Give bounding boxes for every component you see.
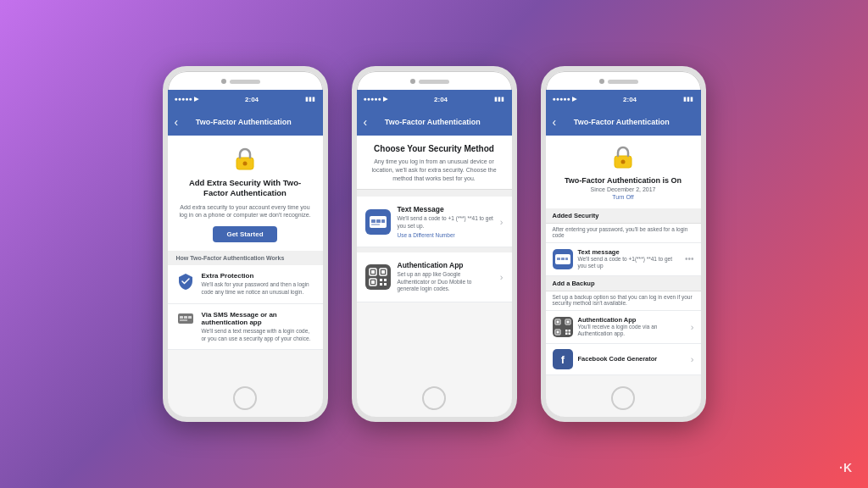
screen-1: Add Extra Security With Two-Factor Authe… (168, 136, 323, 417)
svg-point-25 (621, 160, 626, 164)
svg-rect-41 (568, 332, 570, 335)
signal-indicator: ●●●●● ▶ (175, 96, 198, 103)
svg-point-1 (243, 162, 248, 166)
fb-code-row-icon: f (553, 349, 573, 369)
choose-security-title: Choose Your Security Method (367, 144, 502, 153)
svg-text:f: f (560, 353, 565, 366)
text-msg-row-icon (553, 249, 573, 269)
use-different-number-link[interactable]: Use a Different Number (398, 232, 493, 238)
svg-rect-20 (380, 279, 382, 281)
status-bar-2: ●●●●● ▶ 2:04 ▮▮▮ (357, 90, 512, 108)
phone-speaker-2 (419, 80, 449, 84)
svg-rect-39 (568, 330, 570, 332)
chevron-right-auth: › (691, 322, 694, 332)
home-button-1[interactable] (233, 386, 257, 410)
svg-rect-23 (384, 283, 387, 286)
svg-rect-12 (371, 224, 380, 225)
feature-extra-protection: Extra Protection We'll ask for your pass… (168, 265, 323, 304)
svg-rect-29 (561, 258, 565, 260)
status-bar-1: ●●●●● ▶ 2:04 ▮▮▮ (168, 90, 323, 108)
feature-text-2: Via SMS Message or an authentication app… (202, 311, 314, 343)
separator-top (357, 190, 512, 197)
backup-header: Add a Backup (546, 276, 701, 291)
since-date: Since December 2, 2017 (590, 186, 655, 192)
nav-bar-1: ‹ Two-Factor Authentication (168, 108, 323, 136)
lock-on-icon (609, 144, 637, 171)
choose-security-desc: Any time you log in from an unusual devi… (367, 158, 502, 182)
phone-1: ●●●●● ▶ 2:04 ▮▮▮ ‹ Two-Factor Authentica… (163, 66, 328, 422)
section-header-1: How Two-Factor Authentication Works (168, 251, 323, 265)
more-options-icon[interactable]: ••• (685, 254, 694, 263)
auth-app-icon (365, 264, 391, 290)
auth-app-text: Authentication App Set up an app like Go… (398, 261, 493, 293)
auth-app-security-row[interactable]: Authentication App You'll receive a logi… (546, 311, 701, 344)
get-started-button[interactable]: Get Started (213, 226, 276, 242)
svg-rect-19 (371, 280, 375, 284)
time-display: 2:04 (245, 96, 259, 103)
hero-section-3: Two-Factor Authentication is On Since De… (546, 136, 701, 208)
auth-app-method[interactable]: Authentication App Set up an app like Go… (357, 252, 512, 302)
svg-rect-37 (556, 330, 559, 333)
hero-title-1: Add Extra Security With Two-Factor Authe… (178, 178, 313, 199)
svg-rect-35 (566, 320, 569, 323)
text-msg-row-text: Text message We'll send a code to +1(***… (578, 248, 680, 270)
status-icons: ▮▮▮ (305, 96, 315, 103)
phone-camera (221, 79, 226, 84)
chevron-right-1: › (500, 217, 504, 227)
lock-icon (231, 146, 259, 173)
text-message-text: Text Message We'll send a code to +1 (**… (398, 205, 493, 238)
battery-icon-2: ▮▮▮ (494, 96, 504, 103)
tfa-on-title: Two-Factor Authentication is On (565, 176, 682, 185)
nav-title-1: Two-Factor Authentication (183, 118, 303, 126)
text-message-method[interactable]: Text Message We'll send a code to +1 (**… (357, 197, 512, 247)
nav-bar-3: ‹ Two-Factor Authentication (546, 108, 701, 136)
text-message-icon (365, 209, 391, 235)
signal-indicator-3: ●●●●● ▶ (553, 96, 576, 103)
svg-rect-21 (384, 279, 387, 281)
shield-icon (176, 272, 195, 291)
svg-rect-30 (565, 258, 568, 260)
nav-title-2: Two-Factor Authentication (372, 118, 492, 126)
back-button-1[interactable]: ‹ (175, 115, 179, 129)
svg-rect-11 (381, 219, 385, 223)
hero-section-2: Choose Your Security Method Any time you… (357, 136, 512, 190)
hero-section-1: Add Extra Security With Two-Factor Authe… (168, 136, 323, 251)
auth-app-row-text: Authentication App You'll receive a logi… (578, 316, 686, 338)
home-button-3[interactable] (611, 386, 635, 410)
watermark: ·K (839, 461, 853, 474)
battery-icon-3: ▮▮▮ (683, 96, 693, 103)
battery-icon: ▮▮▮ (305, 96, 315, 103)
home-button-2[interactable] (422, 386, 446, 410)
phone-3: ●●●●● ▶ 2:04 ▮▮▮ ‹ Two-Factor Authentica… (541, 66, 706, 422)
backup-desc: Set up a backup option so that you can l… (546, 291, 701, 311)
fb-code-security-row[interactable]: f Facebook Code Generator › (546, 344, 701, 375)
phone-speaker (230, 80, 260, 84)
feature-text-1: Extra Protection We'll ask for your pass… (202, 272, 314, 297)
turn-off-link[interactable]: Turn Off (612, 194, 633, 200)
added-security-desc: After entering your password, you'll be … (546, 224, 701, 243)
svg-rect-10 (376, 219, 381, 223)
nav-title-3: Two-Factor Authentication (561, 118, 682, 126)
svg-rect-13 (365, 264, 391, 290)
back-button-3[interactable]: ‹ (553, 115, 557, 129)
svg-rect-40 (565, 332, 568, 335)
feature-sms: Via SMS Message or an authentication app… (168, 304, 323, 351)
fb-code-row-text: Facebook Code Generator (578, 355, 686, 363)
status-icons-3: ▮▮▮ (683, 96, 693, 103)
svg-rect-6 (180, 319, 187, 321)
svg-rect-4 (184, 316, 187, 319)
back-button-2[interactable]: ‹ (364, 115, 368, 129)
phone-2: ●●●●● ▶ 2:04 ▮▮▮ ‹ Two-Factor Authentica… (352, 66, 517, 422)
sms-icon (176, 311, 195, 330)
svg-rect-15 (371, 270, 375, 274)
time-display-2: 2:04 (434, 96, 448, 103)
svg-rect-38 (565, 330, 568, 332)
svg-rect-5 (188, 316, 192, 319)
added-security-header: Added Security (546, 208, 701, 224)
hero-desc-1: Add extra security to your account every… (178, 203, 313, 220)
status-icons-2: ▮▮▮ (494, 96, 504, 103)
phone-camera-2 (410, 79, 415, 84)
text-message-security-row[interactable]: Text message We'll send a code to +1(***… (546, 243, 701, 276)
chevron-right-2: › (500, 272, 504, 282)
chevron-right-fb: › (691, 354, 694, 364)
